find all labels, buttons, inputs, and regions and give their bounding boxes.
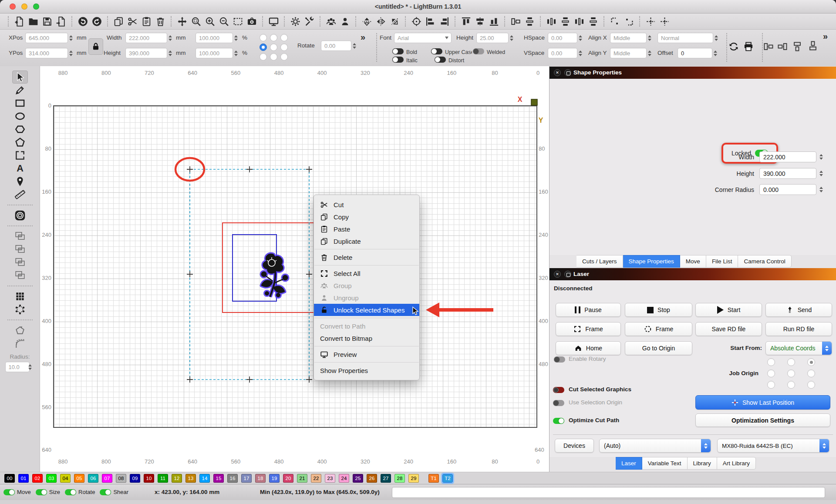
bold-toggle[interactable]: [392, 48, 404, 54]
shape-frame-tool-icon[interactable]: [12, 149, 28, 162]
toggle-switch[interactable]: [3, 489, 15, 495]
menu-item[interactable]: Unlock Selected Shapes: [314, 304, 419, 316]
palette-swatch[interactable]: 03: [46, 474, 57, 483]
goto-origin-button[interactable]: Go to Origin: [625, 341, 692, 355]
cut-icon[interactable]: [127, 16, 138, 27]
flip-vertical-icon[interactable]: [361, 16, 372, 27]
palette-swatch[interactable]: 25: [353, 474, 363, 483]
boolean-subtract-tool-icon[interactable]: [12, 256, 28, 269]
job-origin-ml[interactable]: [767, 370, 775, 377]
device-port-stepper[interactable]: [701, 439, 711, 452]
align-x-stepper[interactable]: [647, 33, 653, 43]
select-tool-icon[interactable]: [12, 71, 28, 84]
undo-icon[interactable]: [78, 16, 88, 27]
job-origin-bc[interactable]: [787, 381, 795, 389]
align-left-icon[interactable]: [425, 16, 436, 27]
palette-swatch[interactable]: 28: [394, 474, 405, 483]
move-corner-tl-icon[interactable]: [610, 16, 620, 27]
menu-item[interactable]: Delete: [314, 251, 419, 263]
optimization-settings-button[interactable]: Optimization Settings: [695, 413, 830, 427]
ungroup-icon[interactable]: [340, 16, 351, 27]
panel-tab[interactable]: Shape Properties: [623, 255, 680, 268]
offset-shapes-tool-icon[interactable]: [12, 209, 28, 222]
start-from-stepper[interactable]: [822, 342, 832, 355]
menu-item[interactable]: Ungroup: [314, 292, 419, 304]
palette-swatch[interactable]: 01: [18, 474, 29, 483]
palette-swatch[interactable]: 00: [4, 474, 15, 483]
job-origin-tl[interactable]: [767, 358, 775, 366]
distribute-v-icon[interactable]: [560, 16, 571, 27]
same-width-icon[interactable]: [510, 16, 521, 27]
pause-button[interactable]: Pause: [556, 303, 621, 317]
toggle-switch[interactable]: [100, 489, 111, 495]
text-style-stepper[interactable]: [713, 33, 719, 43]
draw-lines-tool-icon[interactable]: [12, 84, 28, 97]
device-select[interactable]: MX80-Ruida 6442S-B (EC): [717, 439, 829, 453]
distort-toggle[interactable]: [435, 57, 446, 63]
hspace-stepper[interactable]: [577, 33, 583, 43]
palette-swatch[interactable]: 09: [130, 474, 140, 483]
align-x-select[interactable]: Middle: [610, 33, 647, 43]
anchor-ml[interactable]: [260, 44, 267, 51]
width-percent-stepper[interactable]: [233, 33, 239, 43]
panel-tab[interactable]: Cuts / Layers: [576, 255, 623, 268]
palette-swatch[interactable]: 04: [60, 474, 71, 483]
ypos-stepper[interactable]: [68, 48, 74, 58]
rectangle-tool-icon[interactable]: [12, 97, 28, 110]
align-target-icon[interactable]: [411, 16, 422, 27]
toolbar2-overflow-chevron[interactable]: »: [823, 31, 828, 41]
print-icon[interactable]: [743, 41, 754, 52]
new-file-icon[interactable]: [14, 16, 25, 27]
palette-swatch[interactable]: 10: [144, 474, 154, 483]
mirror-icon[interactable]: [389, 16, 400, 27]
toolbar-overflow-chevron[interactable]: »: [361, 32, 365, 42]
ellipse-tool-icon[interactable]: [12, 110, 28, 123]
xpos-input[interactable]: 645.000: [25, 33, 68, 43]
palette-swatch[interactable]: 15: [213, 474, 224, 483]
palette-swatch[interactable]: 12: [172, 474, 182, 483]
move-corner-br-icon[interactable]: [624, 16, 634, 27]
palette-swatch[interactable]: T2: [442, 474, 453, 483]
menu-item[interactable]: Duplicate: [314, 235, 419, 247]
pan-icon[interactable]: [177, 16, 188, 27]
redo-icon[interactable]: [91, 16, 102, 27]
offset-input[interactable]: 0: [678, 48, 712, 58]
text-style-select[interactable]: Normal: [657, 33, 713, 43]
job-origin-tr[interactable]: [807, 358, 815, 366]
hspace-input[interactable]: 0.00: [548, 33, 577, 43]
width-stepper[interactable]: [167, 33, 173, 43]
grid-array-tool-icon[interactable]: [12, 290, 28, 303]
font-height-input[interactable]: 25.00: [476, 33, 509, 43]
start-from-select[interactable]: Absolute Coords: [765, 341, 832, 355]
height-percent-input[interactable]: 100.000: [196, 48, 233, 58]
palette-swatch[interactable]: 02: [32, 474, 43, 483]
palette-swatch[interactable]: 11: [158, 474, 168, 483]
open-file-icon[interactable]: [28, 16, 39, 27]
sp-width-stepper[interactable]: [818, 151, 824, 162]
anchor-tl[interactable]: [260, 34, 267, 41]
apply-path-tool-icon[interactable]: [12, 324, 28, 337]
preview-icon[interactable]: [268, 16, 279, 27]
panel-tab[interactable]: Move: [680, 255, 706, 268]
dock-right-icon[interactable]: [778, 41, 789, 52]
align-top-icon[interactable]: [461, 16, 472, 27]
optimize-cut-path-toggle[interactable]: [553, 418, 564, 424]
flip-horizontal-icon[interactable]: [375, 16, 386, 27]
transform-mode-toggle[interactable]: Shear: [100, 489, 128, 495]
welded-toggle[interactable]: [473, 48, 484, 54]
align-right-icon[interactable]: [439, 16, 450, 27]
anchor-mc[interactable]: [270, 44, 277, 51]
show-last-position-button[interactable]: Show Last Position: [695, 395, 830, 410]
job-origin-bl[interactable]: [767, 381, 775, 389]
enable-rotary-toggle[interactable]: [554, 356, 565, 363]
italic-toggle[interactable]: [392, 57, 404, 63]
lock-aspect-button[interactable]: [88, 38, 103, 55]
transform-mode-toggle[interactable]: Size: [36, 489, 60, 495]
sp-height-input[interactable]: 390.000: [759, 168, 816, 179]
palette-swatch[interactable]: 17: [241, 474, 252, 483]
align-y-select[interactable]: Middle: [610, 48, 647, 58]
sp-corner-stepper[interactable]: [818, 184, 824, 195]
group-icon[interactable]: [326, 16, 337, 27]
cut-selected-toggle[interactable]: [553, 387, 564, 393]
boolean-union-tool-icon[interactable]: [12, 243, 28, 256]
